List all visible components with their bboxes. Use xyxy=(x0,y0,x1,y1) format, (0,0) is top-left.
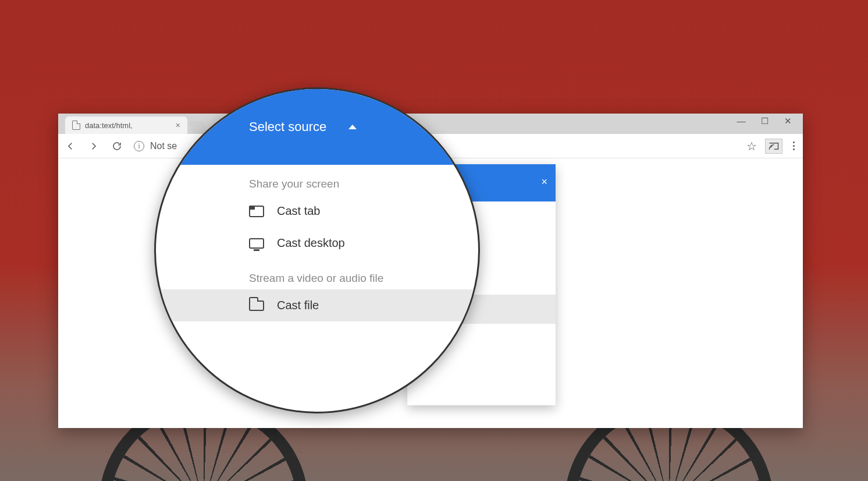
cast-tab-option[interactable]: Cast tab xyxy=(156,195,478,227)
tab-icon xyxy=(249,206,264,217)
tab-title: data:text/html, xyxy=(85,121,133,130)
folder-icon xyxy=(249,300,264,311)
cast-popup-close-button[interactable]: × xyxy=(541,176,547,188)
cast-file-label: Cast file xyxy=(277,299,319,312)
bookmark-star-icon[interactable]: ☆ xyxy=(746,139,757,153)
window-close-button[interactable]: ✕ xyxy=(782,116,794,126)
caret-up-icon xyxy=(348,125,357,129)
window-maximize-button[interactable]: ☐ xyxy=(759,116,770,126)
zoom-lens: Select source Share your screen Cast tab… xyxy=(154,87,480,413)
select-source-label: Select source xyxy=(249,119,326,135)
share-screen-label: Share your screen xyxy=(156,165,478,195)
file-icon xyxy=(72,121,80,130)
cast-toolbar-button[interactable] xyxy=(765,139,782,154)
cast-file-option[interactable]: Cast file xyxy=(156,289,478,321)
address-text: Not se xyxy=(150,141,177,151)
window-minimize-button[interactable]: — xyxy=(735,116,747,126)
back-button[interactable] xyxy=(64,140,77,153)
window-controls: — ☐ ✕ xyxy=(730,116,799,126)
site-info-icon[interactable]: i xyxy=(134,141,144,151)
cast-desktop-label: Cast desktop xyxy=(277,236,345,250)
reload-button[interactable] xyxy=(111,140,123,153)
tab-close-button[interactable]: × xyxy=(176,121,180,129)
browser-tab[interactable]: data:text/html, × xyxy=(65,116,187,134)
browser-menu-button[interactable] xyxy=(791,142,797,150)
desktop-icon xyxy=(249,238,264,249)
forward-button[interactable] xyxy=(87,140,100,153)
tab-strip: data:text/html, × — ☐ ✕ xyxy=(58,114,803,134)
cast-desktop-option[interactable]: Cast desktop xyxy=(156,227,478,259)
cast-tab-label: Cast tab xyxy=(277,204,320,218)
stream-file-label: Stream a video or audio file xyxy=(156,259,478,289)
cast-icon xyxy=(769,142,779,150)
